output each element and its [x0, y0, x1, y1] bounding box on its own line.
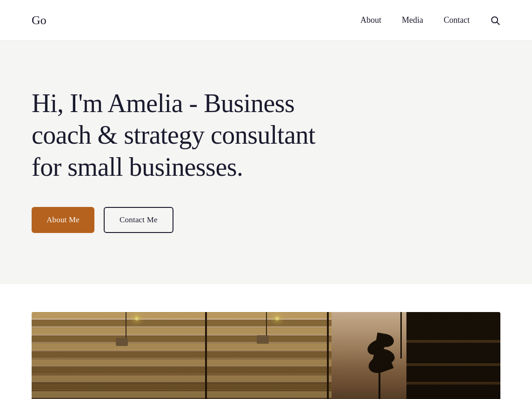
site-header: Go About Media Contact — [0, 0, 532, 41]
about-me-button[interactable]: About Me — [32, 207, 94, 233]
photo-section — [0, 284, 532, 399]
office-photo — [32, 312, 500, 399]
nav-contact[interactable]: Contact — [444, 15, 470, 25]
hero-buttons: About Me Contact Me — [32, 207, 500, 233]
main-nav: About Media Contact — [360, 15, 500, 26]
search-button[interactable] — [490, 15, 500, 26]
contact-me-button[interactable]: Contact Me — [104, 207, 173, 233]
nav-media[interactable]: Media — [402, 15, 423, 25]
hero-section: Hi, I'm Amelia - Business coach & strate… — [0, 41, 532, 284]
site-logo[interactable]: Go — [32, 13, 47, 27]
svg-line-1 — [497, 22, 500, 24]
nav-about[interactable]: About — [360, 15, 381, 25]
search-icon — [490, 15, 500, 26]
hero-title: Hi, I'm Amelia - Business coach & strate… — [32, 87, 348, 183]
photo-background — [32, 312, 500, 399]
svg-point-0 — [492, 17, 498, 23]
photo-overlay — [32, 312, 500, 399]
